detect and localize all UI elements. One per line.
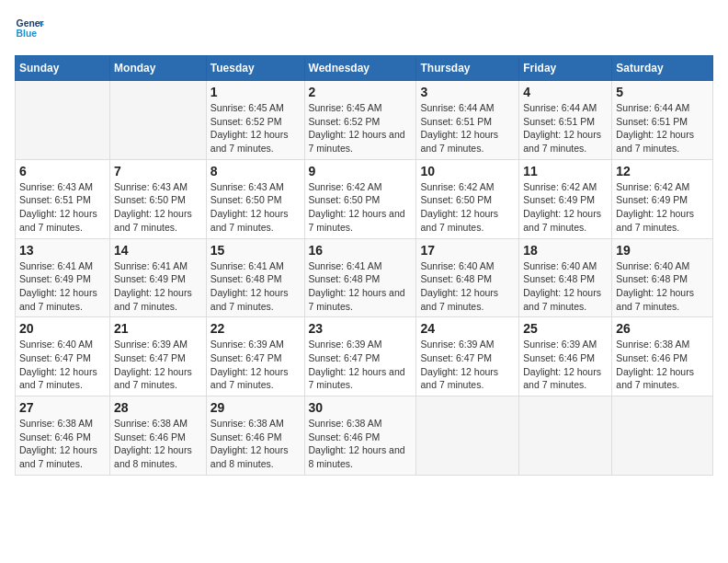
calendar-cell: 10Sunrise: 6:42 AM Sunset: 6:50 PM Dayli… [416,159,519,238]
calendar-week-row: 13Sunrise: 6:41 AM Sunset: 6:49 PM Dayli… [16,238,713,317]
calendar-week-row: 1Sunrise: 6:45 AM Sunset: 6:52 PM Daylig… [16,81,713,160]
calendar-cell [110,81,207,160]
calendar-cell: 14Sunrise: 6:41 AM Sunset: 6:49 PM Dayli… [110,238,207,317]
day-info: Sunrise: 6:41 AM Sunset: 6:48 PM Dayligh… [309,259,413,314]
day-number: 26 [616,321,709,336]
calendar-week-row: 27Sunrise: 6:38 AM Sunset: 6:46 PM Dayli… [16,396,713,476]
day-info: Sunrise: 6:44 AM Sunset: 6:51 PM Dayligh… [420,101,515,155]
day-header-tuesday: Tuesday [206,56,304,81]
calendar-cell: 18Sunrise: 6:40 AM Sunset: 6:48 PM Dayli… [519,238,612,317]
day-number: 15 [210,243,301,258]
day-number: 22 [210,321,301,336]
day-info: Sunrise: 6:39 AM Sunset: 6:47 PM Dayligh… [420,338,515,392]
day-header-friday: Friday [519,56,612,81]
day-header-thursday: Thursday [416,56,519,81]
calendar-cell: 9Sunrise: 6:42 AM Sunset: 6:50 PM Daylig… [304,159,416,238]
calendar-cell: 6Sunrise: 6:43 AM Sunset: 6:51 PM Daylig… [16,159,110,238]
day-number: 29 [210,400,301,415]
day-info: Sunrise: 6:39 AM Sunset: 6:46 PM Dayligh… [523,338,608,392]
day-info: Sunrise: 6:40 AM Sunset: 6:47 PM Dayligh… [19,338,106,392]
day-number: 16 [309,243,413,258]
day-info: Sunrise: 6:45 AM Sunset: 6:52 PM Dayligh… [210,101,301,155]
page-header: General Blue [15,15,713,44]
day-info: Sunrise: 6:38 AM Sunset: 6:46 PM Dayligh… [616,338,709,392]
day-info: Sunrise: 6:43 AM Sunset: 6:51 PM Dayligh… [19,180,106,235]
day-info: Sunrise: 6:41 AM Sunset: 6:49 PM Dayligh… [19,259,106,314]
day-number: 9 [309,164,413,178]
calendar-cell: 2Sunrise: 6:45 AM Sunset: 6:52 PM Daylig… [304,81,416,160]
calendar-cell: 19Sunrise: 6:40 AM Sunset: 6:48 PM Dayli… [612,238,713,317]
calendar-cell [416,396,519,476]
day-number: 25 [523,321,608,336]
calendar-cell: 25Sunrise: 6:39 AM Sunset: 6:46 PM Dayli… [519,317,612,396]
day-number: 8 [210,164,301,178]
day-info: Sunrise: 6:40 AM Sunset: 6:48 PM Dayligh… [420,259,515,314]
day-number: 30 [309,400,413,415]
calendar-header-row: SundayMondayTuesdayWednesdayThursdayFrid… [16,56,713,81]
day-number: 2 [309,85,413,99]
calendar-cell: 11Sunrise: 6:42 AM Sunset: 6:49 PM Dayli… [519,159,612,238]
day-number: 4 [523,85,608,99]
day-header-monday: Monday [110,56,207,81]
calendar-table: SundayMondayTuesdayWednesdayThursdayFrid… [15,55,713,476]
day-info: Sunrise: 6:40 AM Sunset: 6:48 PM Dayligh… [616,259,709,314]
day-info: Sunrise: 6:38 AM Sunset: 6:46 PM Dayligh… [210,417,301,471]
logo: General Blue [15,15,48,44]
calendar-cell: 13Sunrise: 6:41 AM Sunset: 6:49 PM Dayli… [16,238,110,317]
calendar-cell: 15Sunrise: 6:41 AM Sunset: 6:48 PM Dayli… [206,238,304,317]
logo-icon: General Blue [15,15,44,44]
day-info: Sunrise: 6:42 AM Sunset: 6:49 PM Dayligh… [616,180,709,235]
day-info: Sunrise: 6:41 AM Sunset: 6:48 PM Dayligh… [210,259,301,314]
day-info: Sunrise: 6:42 AM Sunset: 6:49 PM Dayligh… [523,180,608,235]
day-number: 14 [114,243,202,258]
day-number: 1 [210,85,301,99]
day-info: Sunrise: 6:41 AM Sunset: 6:49 PM Dayligh… [114,259,202,314]
calendar-cell [519,396,612,476]
day-number: 24 [420,321,515,336]
day-number: 17 [420,243,515,258]
day-number: 21 [114,321,202,336]
day-info: Sunrise: 6:44 AM Sunset: 6:51 PM Dayligh… [523,101,608,155]
day-info: Sunrise: 6:44 AM Sunset: 6:51 PM Dayligh… [616,101,709,155]
day-info: Sunrise: 6:39 AM Sunset: 6:47 PM Dayligh… [114,338,202,392]
calendar-cell: 16Sunrise: 6:41 AM Sunset: 6:48 PM Dayli… [304,238,416,317]
calendar-cell: 26Sunrise: 6:38 AM Sunset: 6:46 PM Dayli… [612,317,713,396]
day-number: 11 [523,164,608,178]
calendar-cell: 7Sunrise: 6:43 AM Sunset: 6:50 PM Daylig… [110,159,207,238]
day-number: 7 [114,164,202,178]
day-number: 5 [616,85,709,99]
day-info: Sunrise: 6:38 AM Sunset: 6:46 PM Dayligh… [114,417,202,471]
calendar-cell: 3Sunrise: 6:44 AM Sunset: 6:51 PM Daylig… [416,81,519,160]
day-info: Sunrise: 6:38 AM Sunset: 6:46 PM Dayligh… [309,417,413,471]
day-number: 6 [19,164,106,178]
day-number: 23 [309,321,413,336]
day-number: 10 [420,164,515,178]
day-info: Sunrise: 6:40 AM Sunset: 6:48 PM Dayligh… [523,259,608,314]
svg-text:Blue: Blue [17,29,38,39]
day-header-sunday: Sunday [16,56,110,81]
day-info: Sunrise: 6:45 AM Sunset: 6:52 PM Dayligh… [309,101,413,155]
day-header-saturday: Saturday [612,56,713,81]
calendar-cell: 1Sunrise: 6:45 AM Sunset: 6:52 PM Daylig… [206,81,304,160]
day-info: Sunrise: 6:42 AM Sunset: 6:50 PM Dayligh… [420,180,515,235]
calendar-cell: 20Sunrise: 6:40 AM Sunset: 6:47 PM Dayli… [16,317,110,396]
day-info: Sunrise: 6:38 AM Sunset: 6:46 PM Dayligh… [19,417,106,471]
calendar-cell: 21Sunrise: 6:39 AM Sunset: 6:47 PM Dayli… [110,317,207,396]
day-info: Sunrise: 6:43 AM Sunset: 6:50 PM Dayligh… [210,180,301,235]
day-number: 18 [523,243,608,258]
day-number: 20 [19,321,106,336]
calendar-cell [16,81,110,160]
calendar-cell: 30Sunrise: 6:38 AM Sunset: 6:46 PM Dayli… [304,396,416,476]
day-number: 13 [19,243,106,258]
day-number: 3 [420,85,515,99]
calendar-cell: 29Sunrise: 6:38 AM Sunset: 6:46 PM Dayli… [206,396,304,476]
calendar-cell: 27Sunrise: 6:38 AM Sunset: 6:46 PM Dayli… [16,396,110,476]
calendar-cell: 22Sunrise: 6:39 AM Sunset: 6:47 PM Dayli… [206,317,304,396]
calendar-cell: 23Sunrise: 6:39 AM Sunset: 6:47 PM Dayli… [304,317,416,396]
day-number: 19 [616,243,709,258]
calendar-week-row: 20Sunrise: 6:40 AM Sunset: 6:47 PM Dayli… [16,317,713,396]
day-info: Sunrise: 6:39 AM Sunset: 6:47 PM Dayligh… [210,338,301,392]
day-header-wednesday: Wednesday [304,56,416,81]
day-number: 27 [19,400,106,415]
day-number: 28 [114,400,202,415]
